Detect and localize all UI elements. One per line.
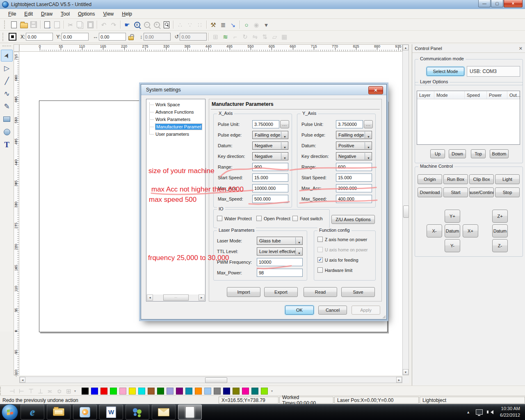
color-swatch-2[interactable] — [100, 388, 107, 395]
func-checkbox-u-axis-for-feeding[interactable]: ✓U axis for feeding — [317, 257, 358, 262]
color-swatch-10[interactable] — [176, 388, 183, 395]
machine-origin-button[interactable]: Origin — [418, 174, 442, 184]
laser-ttl-level-combo[interactable]: Low level effective — [257, 247, 303, 256]
layer-top-button[interactable]: Top — [471, 149, 486, 158]
layer-column-power[interactable]: Power — [487, 91, 507, 99]
menu-item-help[interactable]: Help — [118, 10, 136, 18]
machine-download-button[interactable]: Download — [418, 187, 442, 197]
color-swatch-0[interactable] — [82, 388, 89, 395]
horizontal-scrollbar[interactable]: ◄ ► — [19, 377, 402, 383]
machine-pause-continue-button[interactable]: Pause/Continue — [469, 187, 494, 197]
layer-down-button[interactable]: Down — [449, 149, 466, 158]
color-swatch-6[interactable] — [138, 388, 145, 395]
tree-scroll-right-arrow[interactable]: ► — [199, 294, 205, 301]
node-edit-tool[interactable]: ▷ — [1, 62, 13, 74]
color-swatch-4[interactable] — [119, 388, 126, 395]
taskbar-lasercad-document[interactable] — [178, 404, 202, 420]
x_axis-max-speed-input[interactable] — [252, 195, 288, 203]
scroll-down-arrow[interactable]: ▼ — [403, 369, 409, 375]
aspect-lock-icon[interactable] — [126, 32, 136, 41]
laser-pwm-frequency-input[interactable] — [257, 258, 303, 266]
tree-item-user-parameters[interactable]: User parameters — [146, 130, 205, 138]
dialog-save-button[interactable]: Save — [341, 287, 375, 297]
y_axis-datum-combo[interactable]: Positive — [336, 142, 372, 150]
tree-item-work-space[interactable]: Work Space — [146, 101, 205, 108]
horizontal-scroll-thumb[interactable] — [205, 377, 227, 383]
layer-column-mode[interactable]: Mode — [434, 91, 465, 99]
menu-item-tool[interactable]: Tool — [57, 10, 74, 18]
dialog-export-button[interactable]: Export — [264, 287, 298, 297]
taskbar-word[interactable]: W — [99, 404, 123, 420]
color-swatch-3[interactable] — [110, 388, 117, 395]
taskbar-internet-explorer[interactable]: e — [21, 404, 44, 420]
y_axis-range-input[interactable] — [336, 163, 372, 171]
tree-item-advance-functions[interactable]: Advance Functions — [146, 108, 205, 116]
y_axis-start-speed-input[interactable] — [336, 173, 372, 182]
laser-laser-mode-combo[interactable]: Glass tube — [257, 237, 303, 245]
minimize-button[interactable]: — — [478, 0, 491, 7]
io-checkbox-open-protect[interactable]: Open Protect — [256, 216, 290, 221]
width-input[interactable] — [99, 33, 126, 41]
io-checkbox-foot-switch[interactable]: Foot switch — [292, 216, 323, 221]
tree-item-work-parameters[interactable]: Work Parameters — [146, 116, 205, 123]
menu-item-draw[interactable]: Draw — [37, 10, 57, 18]
scroll-right-arrow[interactable]: ► — [396, 377, 402, 383]
y_axis-max-speed-input[interactable] — [336, 195, 372, 203]
dialog-read-button[interactable]: Read — [304, 287, 337, 297]
machine-clip-box-button[interactable]: Clip Box — [469, 174, 494, 184]
zu-axes-options-button[interactable]: Z/U Axes Options — [331, 215, 375, 224]
func-checkbox-hardware-limit[interactable]: Hardware limit — [317, 267, 352, 273]
x_axis-max-acc-input[interactable] — [252, 184, 288, 192]
tree-scroll-left-arrow[interactable]: ◄ — [147, 294, 153, 301]
layer-up-button[interactable]: Up — [430, 149, 445, 158]
line-tool[interactable]: ╱ — [1, 75, 13, 87]
laser-max-power-input[interactable] — [257, 269, 303, 277]
menu-item-edit[interactable]: Edit — [20, 10, 37, 18]
scroll-left-arrow[interactable]: ◄ — [20, 377, 25, 383]
x_axis-start-speed-input[interactable] — [252, 173, 288, 182]
y-coord-input[interactable] — [62, 33, 89, 41]
machine-stop-button[interactable]: Stop — [495, 187, 520, 197]
tree-item-manufacturer-paramet[interactable]: Manufacturer Paramet — [146, 123, 205, 130]
y_axis-pulse-unit-input[interactable] — [336, 120, 363, 128]
taskbar-mail[interactable] — [152, 404, 176, 420]
y_axis-max-acc-input[interactable] — [336, 184, 372, 192]
tray-expand-icon[interactable]: ▲ — [466, 410, 470, 414]
taskbar-clock[interactable]: 10:30 AM 6/22/2012 — [500, 406, 520, 418]
volume-icon[interactable] — [488, 410, 493, 414]
layer-column-layer[interactable]: Layer — [417, 91, 434, 99]
taskbar-media-player[interactable]: ▶ — [73, 404, 97, 420]
ellipse-tool[interactable] — [1, 126, 13, 138]
toolbar-overflow-icon[interactable]: ▾ — [261, 20, 271, 30]
pan-hand-icon[interactable]: ☛ — [122, 20, 132, 30]
color-swatch-13[interactable] — [204, 388, 211, 395]
height-input[interactable] — [144, 33, 171, 41]
x_axis-pulse-unit-input[interactable] — [252, 120, 279, 128]
control-panel-close-icon[interactable]: ✕ — [519, 46, 523, 51]
jog-z-datum-button[interactable]: Datum — [492, 224, 508, 237]
dialog-resize-grip[interactable] — [382, 315, 386, 318]
jog-xy-datum-button[interactable]: Datum — [445, 224, 460, 237]
layer-table[interactable]: LayerModeSpeedPowerOut... — [417, 91, 520, 145]
start-button[interactable] — [2, 404, 18, 420]
open-file-icon[interactable] — [19, 20, 29, 30]
anchor-grid-icon[interactable] — [7, 32, 17, 41]
align-overflow-icon[interactable]: ▾ — [74, 389, 76, 393]
dialog-ok-button[interactable]: OK — [285, 306, 314, 315]
y_axis-key-direction-combo[interactable]: Negative — [336, 152, 372, 160]
color-swatch-8[interactable] — [157, 388, 164, 395]
dialog-title-bar[interactable]: System settings — [141, 84, 386, 95]
dialog-cancel-button[interactable]: Cancel — [318, 306, 347, 315]
network-icon[interactable] — [476, 409, 483, 415]
taskbar-windows-explorer[interactable] — [47, 404, 71, 420]
machine-light-button[interactable]: Light — [495, 174, 520, 184]
color-swatch-5[interactable] — [129, 388, 136, 395]
x_axis-pulse-unit-browse-button[interactable]: ... — [280, 120, 289, 128]
color-swatch-1[interactable] — [91, 388, 98, 395]
jog-x-minus-button[interactable]: X- — [427, 224, 442, 237]
maximize-button[interactable]: ▢ — [491, 0, 503, 7]
func-checkbox-z-axis-home-on-power[interactable]: Z axis home on power — [317, 237, 367, 242]
jog-z-plus-button[interactable]: Z+ — [492, 210, 508, 223]
vertical-scroll-thumb[interactable] — [403, 205, 409, 218]
color-swatch-19[interactable] — [261, 388, 268, 395]
